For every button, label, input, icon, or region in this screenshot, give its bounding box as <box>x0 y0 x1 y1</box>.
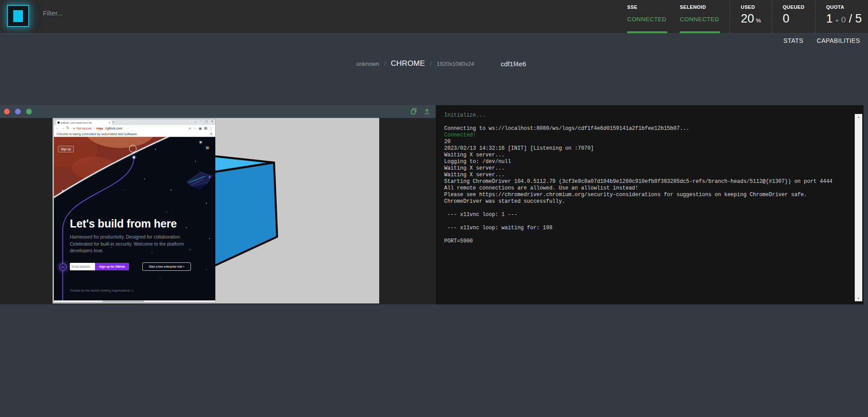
topbar: SSE CONNECTED SELENOID CONNECTED USED 20… <box>0 0 868 34</box>
used-value: 20 <box>741 12 754 25</box>
browser-tabstrip: GitHub: Let's build from he ✕ + ⌄ − ▢ ✕ <box>54 119 215 125</box>
new-tab-icon[interactable]: + <box>112 120 114 124</box>
fullscreen-dot[interactable] <box>26 109 32 114</box>
log-line <box>444 231 844 238</box>
log-line: All remote connections are allowed. Use … <box>444 185 844 192</box>
status-underline <box>627 31 667 33</box>
window-maximize-icon[interactable]: ▢ <box>205 120 208 123</box>
log-line: Waiting X server... <box>444 152 844 159</box>
browser-tab[interactable]: GitHub: Let's build from he ✕ <box>56 120 112 125</box>
log-line: Starting ChromeDriver 104.0.5112.79 (3cf… <box>444 178 844 185</box>
log-line <box>444 119 844 125</box>
log-line: Logging to: /dev/null <box>444 159 844 165</box>
browser-hscrollbar[interactable] <box>54 300 215 302</box>
scroll-up-icon[interactable]: ▲ <box>855 115 862 118</box>
session-row[interactable]: unknown / CHROME / 1920x1080x24 cdf1f4e6 <box>356 59 526 68</box>
infobar-text: Chrome is being controlled by automated … <box>57 132 137 136</box>
stat-sse: SSE CONNECTED <box>627 0 666 33</box>
log-line: Waiting X server... <box>444 172 844 178</box>
log-line: 20 <box>444 139 844 145</box>
vnc-header <box>0 105 436 118</box>
log-line: PORT=5900 <box>444 238 844 245</box>
log-line: --- x11vnc loop: 1 --- <box>444 212 844 218</box>
window-minimize-icon[interactable]: − <box>200 120 202 123</box>
session-browser: CHROME <box>391 59 425 68</box>
address-bar[interactable]: ▲ Not secure https ://github.com <box>73 126 187 130</box>
sse-status: CONNECTED <box>627 16 666 23</box>
filter-input[interactable] <box>42 9 185 17</box>
menu-dots-icon[interactable]: ⋮ <box>209 126 213 130</box>
stat-label: SSE <box>627 4 637 10</box>
separator: / <box>430 60 432 68</box>
stat-label: SELENOID <box>680 4 706 10</box>
stat-queued: QUEUED 0 <box>772 0 804 33</box>
close-dot[interactable] <box>4 109 10 114</box>
bookmark-star-icon[interactable]: ☆ <box>194 126 197 130</box>
github-favicon <box>57 121 60 124</box>
stat-label: QUOTA <box>826 4 844 10</box>
github-logo-icon[interactable] <box>129 145 137 152</box>
enterprise-trial-button[interactable]: Start a free enterprise trial > <box>142 262 191 271</box>
hamburger-menu-icon[interactable]: ≡ <box>206 145 209 151</box>
upload-icon[interactable] <box>423 108 430 115</box>
github-signup-small-button[interactable]: Sign up <box>58 146 74 152</box>
back-icon[interactable]: ← <box>56 126 59 130</box>
email-field[interactable]: Email address <box>70 263 95 270</box>
tab-close-icon[interactable]: ✕ <box>108 121 110 124</box>
log-line: ChromeDriver was started successfully. <box>444 198 844 205</box>
clipboard-icon[interactable] <box>410 108 417 115</box>
used-unit: % <box>756 17 761 24</box>
window-close-icon[interactable]: ✕ <box>211 120 213 123</box>
stat-label: USED <box>741 4 755 10</box>
log-line: Connecting to ws://localhost:8080/ws/log… <box>444 125 844 132</box>
log-line <box>444 218 844 225</box>
quota-plus: + <box>835 16 839 24</box>
code-icon: <> <box>59 263 67 271</box>
log-line: Waiting X server... <box>444 165 844 172</box>
log-line: 2023/02/13 14:32:16 [INIT] [Listening on… <box>444 145 844 152</box>
forward-icon[interactable]: → <box>61 126 65 130</box>
log-scrollbar[interactable]: ▲ ▼ <box>855 114 862 301</box>
reload-icon[interactable]: ↻ <box>66 126 69 130</box>
minimize-dot[interactable] <box>15 109 21 114</box>
github-hero: Sign up ≡ Let's build from here Harnesse… <box>54 137 215 300</box>
log-line: Connected! <box>444 132 844 139</box>
not-secure-label: Not secure <box>76 127 91 130</box>
quota-total: 5 <box>855 12 862 25</box>
app-logo[interactable] <box>7 5 29 27</box>
browser-window: GitHub: Let's build from he ✕ + ⌄ − ▢ ✕ … <box>54 119 215 302</box>
stat-selenoid: SELENOID CONNECTED <box>680 0 719 33</box>
tab-stats[interactable]: STATS <box>784 37 803 44</box>
share-icon[interactable]: ⋖ <box>188 126 191 130</box>
separator: / <box>384 60 386 68</box>
session-resolution: 1920x1080x24 <box>437 61 474 67</box>
session-quota-user: unknown <box>356 61 379 67</box>
stats-bar: SSE CONNECTED SELENOID CONNECTED USED 20… <box>614 0 862 33</box>
selenoid-status: CONNECTED <box>680 16 719 23</box>
url-text: ://github.com <box>104 127 122 130</box>
url-scheme: https <box>96 127 103 130</box>
vnc-screen[interactable]: GitHub: Let's build from he ✕ + ⌄ − ▢ ✕ … <box>53 118 379 303</box>
window-chevron-icon[interactable]: ⌄ <box>194 120 197 123</box>
side-panel-icon[interactable]: ▣ <box>198 126 202 130</box>
trusted-text: Trusted by the world's leading organizat… <box>70 289 133 292</box>
3d-box-graphic <box>209 155 289 275</box>
infobar-close-icon[interactable]: ✕ <box>210 132 213 136</box>
vnc-panel: GitHub: Let's build from he ✕ + ⌄ − ▢ ✕ … <box>0 105 436 304</box>
profile-avatar[interactable] <box>204 127 207 130</box>
status-underline <box>680 31 720 33</box>
spaceship-icon <box>187 170 215 191</box>
scrollbar-thumb[interactable] <box>103 300 145 302</box>
scroll-down-icon[interactable]: ▼ <box>855 297 862 300</box>
signup-for-github-button[interactable]: Sign up for GitHub <box>95 263 129 270</box>
github-subtext: Harnessed for productivity. Designed for… <box>70 234 201 254</box>
quota-used: 1 <box>826 12 833 25</box>
view-tabs: STATS CAPABILITIES <box>772 37 860 45</box>
quota-pending: 0 <box>841 15 846 24</box>
stat-label: QUEUED <box>783 4 804 10</box>
log-line: Please see https://chromedriver.chromium… <box>444 192 844 198</box>
automation-infobar: Chrome is being controlled by automated … <box>54 131 215 137</box>
quota-slash: / <box>849 12 852 25</box>
log-line: --- x11vnc loop: waiting for: 198 <box>444 225 844 231</box>
tab-capabilities[interactable]: CAPABILITIES <box>817 37 860 44</box>
